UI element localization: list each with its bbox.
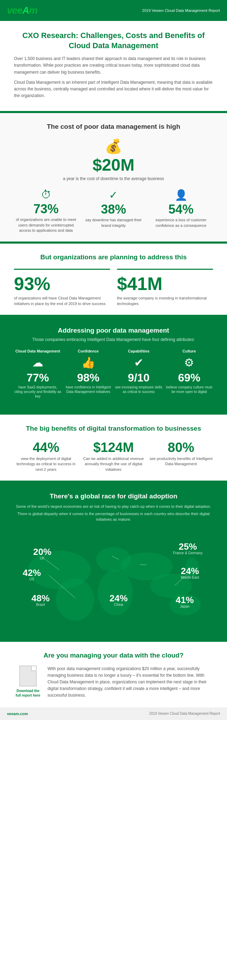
stat-desc-2: say downtime has damaged their brand int…	[82, 218, 145, 228]
attr-label-capabilities: Capabilities	[128, 349, 149, 353]
section-managing: Are you managing your data with the clou…	[0, 642, 227, 708]
document-icon	[19, 665, 37, 686]
japan-label: Japan	[180, 605, 189, 608]
benefit-value-3: 80%	[168, 441, 194, 454]
attr-percent-confidence: 98%	[77, 372, 99, 383]
map-stat-france: 25% France & Germany	[173, 542, 203, 555]
cloud-icon: ☁	[32, 356, 43, 369]
download-label[interactable]: Download the full report here	[14, 689, 42, 698]
gear-icon: ⚙	[184, 356, 194, 369]
hourglass-icon: ⏱	[41, 189, 51, 200]
attr-cloud: Cloud Data Management ☁ 77% have SaaS de…	[14, 349, 62, 399]
footer-report: 2019 Veeam Cloud Data Management Report	[149, 712, 220, 716]
addressing-subtitle: Those companies embracing Intelligent Da…	[14, 337, 213, 342]
stat-item-3: 👤 54% experience a loss of customer conf…	[149, 189, 213, 233]
thumbsup-icon: 👍	[82, 356, 95, 369]
main-stat-desc: a year is the cost of downtime to the av…	[63, 175, 164, 182]
benefit-1: 44% view the deployment of digital techn…	[14, 441, 78, 472]
section-benefits: The big benefits of digital transformati…	[0, 415, 227, 480]
map-stat-us: 42% US	[23, 568, 41, 581]
footer-website: veeam.com	[7, 712, 28, 716]
planning-title: But organizations are planning to addres…	[14, 253, 213, 261]
brazil-label: Brazil	[36, 603, 45, 606]
benefits-stats: 44% view the deployment of digital techn…	[14, 441, 213, 472]
uk-percent: 20%	[33, 547, 51, 556]
check-icon: ✓	[109, 189, 118, 201]
person-icon: 👤	[174, 189, 187, 201]
benefits-title: The big benefits of digital transformati…	[14, 425, 213, 433]
four-attributes: Cloud Data Management ☁ 77% have SaaS de…	[14, 349, 213, 399]
planning-stat-2: $41M the average company is investing in…	[117, 269, 213, 306]
world-map: 20% UK 25% France & Germany 42% US 24% M…	[14, 528, 213, 626]
attr-confidence: Confidence 👍 98% have confidence in Inte…	[65, 349, 112, 399]
download-icon-area[interactable]: Download the full report here	[14, 665, 42, 698]
planning-value-1: 93%	[14, 275, 110, 293]
middle-east-percent: 24%	[181, 566, 199, 576]
attr-desc-culture: believe company culture must be more ope…	[166, 385, 213, 394]
stat-item-2: ✓ 38% say downtime has damaged their bra…	[82, 189, 145, 233]
attr-label-confidence: Confidence	[78, 349, 99, 353]
three-stats-row: ⏱ 73% of organizations are unable to mee…	[14, 189, 213, 233]
money-icon: 💰	[105, 138, 122, 154]
section-cxo: CXO Research: Challenges, Costs and Bene…	[0, 21, 227, 111]
section-cost: The cost of poor data management is high…	[0, 113, 227, 242]
us-percent: 42%	[23, 568, 41, 577]
attr-culture: Culture ⚙ 69% believe company culture mu…	[166, 349, 213, 399]
global-title: There's a global race for digital adopti…	[14, 492, 213, 500]
attr-percent-cloud: 77%	[27, 372, 49, 383]
stat-item-1: ⏱ 73% of organizations are unable to mee…	[14, 189, 78, 233]
benefit-desc-1: view the deployment of digital technolog…	[14, 456, 78, 472]
china-percent: 24%	[110, 593, 128, 603]
us-label: US	[29, 577, 34, 581]
brazil-percent: 48%	[32, 593, 50, 603]
attr-label-culture: Culture	[183, 349, 196, 353]
map-stat-brazil: 48% Brazil	[32, 593, 50, 606]
page-header: veeAm 2019 Veeam Cloud Data Management R…	[0, 0, 227, 21]
attr-percent-capabilities: 9/10	[128, 372, 149, 383]
svg-point-1	[56, 579, 94, 620]
download-area: Download the full report here With poor …	[14, 665, 213, 699]
china-label: China	[114, 603, 123, 606]
attr-capabilities: Capabilities ✔ 9/10 see increasing emplo…	[115, 349, 163, 399]
planning-desc-2: the average company is investing in tran…	[117, 296, 213, 306]
benefit-value-2: $124M	[93, 441, 134, 454]
addressing-title: Addressing poor data management	[14, 327, 213, 334]
benefit-value-1: 44%	[33, 441, 59, 454]
page-footer: veeam.com 2019 Veeam Cloud Data Manageme…	[0, 708, 227, 720]
map-stat-middle-east: 24% Middle East	[181, 566, 199, 579]
planning-stats: 93% of organizations will have Cloud Dat…	[14, 269, 213, 306]
benefit-3: 80% see productivity benefits of Intelli…	[149, 441, 213, 472]
attr-desc-capabilities: see increasing employee skills as critic…	[115, 385, 163, 394]
cxo-para1: Over 1,500 business and IT leaders share…	[14, 56, 213, 76]
global-subtitle1: Some of the world's largest economies ar…	[14, 504, 213, 509]
attr-desc-confidence: have confidence in Intelligent Data Mana…	[65, 385, 112, 394]
checkmark-icon: ✔	[134, 356, 144, 369]
japan-percent: 41%	[176, 595, 194, 605]
middle-east-label: Middle East	[181, 576, 199, 579]
france-percent: 25%	[179, 542, 197, 551]
uk-label: UK	[40, 556, 45, 560]
stat-percent-2: 38%	[101, 203, 126, 216]
planning-value-2: $41M	[117, 275, 213, 293]
planning-stat-1: 93% of organizations will have Cloud Dat…	[14, 269, 110, 306]
map-stat-uk: 20% UK	[33, 547, 51, 560]
benefit-desc-3: see productivity benefits of Intelligent…	[149, 456, 213, 467]
stat-desc-3: experience a loss of customer confidence…	[149, 218, 213, 228]
cxo-para2: Cloud Data Management is an inherent par…	[14, 79, 213, 99]
section-global: There's a global race for digital adopti…	[0, 483, 227, 640]
global-subtitle2: There is global disparity when it comes …	[14, 511, 213, 522]
map-stat-japan: 41% Japan	[176, 595, 194, 608]
stat-percent-1: 73%	[34, 203, 59, 215]
section-addressing: Addressing poor data management Those co…	[0, 317, 227, 412]
main-stat-area: 💰 $20M a year is the cost of downtime to…	[14, 138, 213, 182]
section-planning: But organizations are planning to addres…	[0, 243, 227, 315]
main-stat-value: $20M	[93, 157, 134, 173]
attr-percent-culture: 69%	[178, 372, 200, 383]
veeam-logo: veeAm	[7, 5, 37, 16]
planning-desc-1: of organizations will have Cloud Data Ma…	[14, 296, 110, 306]
map-stat-china: 24% China	[110, 593, 128, 606]
benefit-desc-2: Can be added in additional revenue annua…	[82, 456, 145, 472]
svg-point-3	[98, 570, 133, 615]
report-title: 2019 Veeam Cloud Data Management Report	[142, 8, 220, 13]
managing-title: Are you managing your data with the clou…	[14, 652, 213, 659]
